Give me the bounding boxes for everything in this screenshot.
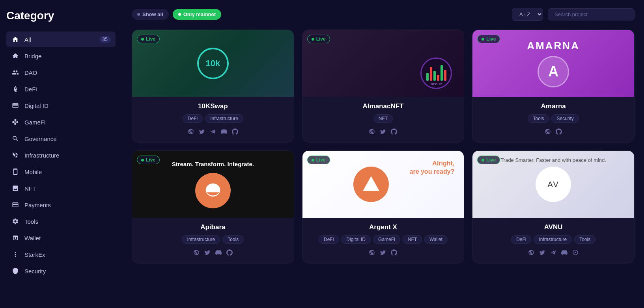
live-dot [482, 159, 484, 161]
sidebar-label-gamefi: GameFi [24, 119, 111, 126]
discord-icon[interactable] [221, 128, 227, 136]
sidebar-label-payments: Payments [24, 202, 111, 208]
tag: GameFi [373, 235, 400, 244]
tag-row: InfrastructureTools [182, 235, 244, 244]
live-badge: Live [307, 156, 330, 164]
sidebar-item-all[interactable]: All85 [6, 32, 116, 47]
project-grid: Live 10k 10KSwap DeFiInfrastructure Live [132, 30, 635, 263]
discord-icon[interactable] [215, 249, 222, 257]
header-bar: Show all Only mainnet A - Z [132, 8, 635, 21]
telegram-icon[interactable] [210, 128, 216, 136]
github-icon[interactable] [232, 128, 238, 136]
live-dot [312, 159, 314, 161]
card-body: Argent X DeFiDigital IDGameFiNFTWallet [302, 218, 464, 263]
card-name: 10KSwap [198, 102, 228, 110]
card-avnu[interactable]: Live Trade Smarter, Faster and with peac… [472, 150, 635, 263]
sort-select[interactable]: A - Z [512, 8, 543, 21]
card-body: Apibara InfrastructureTools [132, 218, 294, 263]
digital-id-icon [11, 101, 20, 110]
telegram-icon[interactable] [550, 249, 556, 257]
search-input[interactable] [548, 8, 635, 20]
tag-row: DeFiInfrastructure [183, 114, 243, 123]
mainnet-dot [178, 13, 181, 16]
apibara-tagline: Stream. Transform. Integrate. [172, 161, 254, 167]
tag: DeFi [319, 235, 339, 244]
header-controls: A - Z [512, 8, 635, 21]
sidebar-item-wallet[interactable]: Wallet [6, 230, 116, 246]
sidebar-item-starkex[interactable]: StarkEx [6, 247, 116, 262]
security-icon [11, 267, 20, 275]
web-icon[interactable] [528, 249, 534, 257]
sidebar-label-all: All [24, 36, 95, 43]
tag: Tools [528, 114, 549, 123]
mirror-icon[interactable] [572, 249, 579, 257]
live-badge: Live [307, 35, 330, 43]
github-icon[interactable] [391, 249, 397, 257]
sidebar-label-infrastructure: Infrastructure [24, 152, 111, 159]
sidebar-label-starkex: StarkEx [24, 251, 111, 258]
web-icon[interactable] [545, 128, 551, 136]
twitter-icon[interactable] [380, 128, 386, 136]
github-icon[interactable] [556, 128, 562, 136]
sidebar-item-nft[interactable]: NFT [6, 180, 116, 196]
sidebar-item-mobile[interactable]: Mobile [6, 164, 116, 180]
live-badge: Live [477, 156, 500, 164]
tag: DeFi [183, 114, 203, 123]
dao-icon [11, 68, 20, 77]
tag-row: DeFiDigital IDGameFiNFTWallet [319, 235, 448, 244]
sidebar-item-security[interactable]: Security [6, 263, 116, 279]
github-icon[interactable] [391, 128, 397, 136]
page-title: Category [6, 9, 116, 22]
svg-point-2 [575, 252, 576, 253]
card-almanacnft[interactable]: Live DEC 17 [302, 30, 465, 143]
project-logo: AV [536, 167, 571, 202]
twitter-icon[interactable] [204, 249, 211, 257]
sidebar-item-payments[interactable]: Payments [6, 197, 116, 213]
card-name: Amarna [541, 102, 566, 110]
mainnet-label: Only mainnet [183, 11, 216, 17]
sidebar-item-bridge[interactable]: Bridge [6, 48, 116, 64]
sidebar-item-dao[interactable]: DAO [6, 65, 116, 80]
card-amarna[interactable]: Live AMARNA A Amarna ToolsSecurity [472, 30, 635, 143]
sidebar-item-governance[interactable]: Governance [6, 131, 116, 147]
sidebar-item-defi[interactable]: DeFi [6, 81, 116, 97]
web-icon[interactable] [188, 128, 194, 136]
sidebar-label-bridge: Bridge [24, 53, 111, 59]
github-icon[interactable] [226, 249, 233, 257]
sidebar-item-digital-id[interactable]: Digital ID [6, 98, 116, 113]
all-icon [11, 35, 20, 44]
show-all-button[interactable]: Show all [132, 9, 169, 20]
sidebar-label-security: Security [24, 268, 111, 275]
twitter-icon[interactable] [380, 249, 386, 257]
twitter-icon[interactable] [539, 249, 545, 257]
live-dot [482, 38, 484, 41]
web-icon[interactable] [369, 249, 375, 257]
sidebar: Category All85BridgeDAODeFiDigital IDGam… [0, 0, 122, 308]
card-apibara[interactable]: Live Stream. Transform. Integrate. Apiba… [132, 150, 294, 263]
tag: Wallet [424, 235, 448, 244]
svg-marker-1 [363, 176, 380, 191]
bridge-icon [11, 52, 20, 60]
sidebar-item-infrastructure[interactable]: Infrastructure [6, 147, 116, 163]
sidebar-item-tools[interactable]: Tools [6, 213, 116, 229]
live-dot [141, 159, 144, 161]
gamefi-icon [11, 118, 20, 126]
sidebar-label-nft: NFT [24, 185, 111, 192]
mobile-icon [11, 167, 20, 176]
sidebar-item-gamefi[interactable]: GameFi [6, 114, 116, 130]
card-argentx[interactable]: Live Alright,are you ready? Argent X DeF… [302, 150, 465, 263]
live-label: Live [316, 157, 326, 163]
argentx-tagline: Alright,are you ready? [410, 160, 455, 176]
card-10kswap[interactable]: Live 10k 10KSwap DeFiInfrastructure [132, 30, 294, 143]
web-icon[interactable] [369, 128, 375, 136]
web-icon[interactable] [193, 249, 200, 257]
only-mainnet-button[interactable]: Only mainnet [173, 9, 221, 20]
social-row [545, 128, 562, 136]
tag: Infrastructure [182, 235, 220, 244]
sidebar-count-all: 85 [99, 36, 111, 43]
tag-row: NFT [373, 114, 393, 123]
live-label: Live [316, 36, 326, 42]
twitter-icon[interactable] [199, 128, 205, 136]
discord-icon[interactable] [561, 249, 567, 257]
card-image-amarna: Live AMARNA A [472, 30, 634, 97]
